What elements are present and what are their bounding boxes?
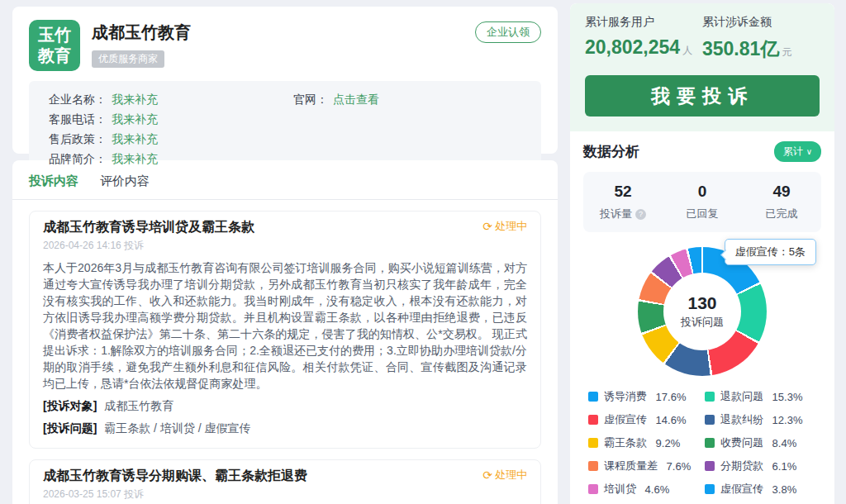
legend-swatch	[705, 438, 715, 448]
complaint-item[interactable]: 成都玉竹教育诱导分期购课、霸王条款拒退费 ⟳ 处理中 2026-03-25 15…	[29, 459, 541, 504]
legend-label: 课程质量差	[604, 459, 658, 473]
complaint-item[interactable]: 成都玉竹教育诱导培训贷及霸王条款 ⟳ 处理中 2026-04-26 14:16 …	[29, 211, 541, 449]
legend-swatch	[588, 415, 598, 425]
total-users-unit: 人	[682, 45, 692, 56]
legend-pct: 12.3%	[769, 414, 802, 426]
target-label: [投诉对象]	[43, 399, 97, 412]
claim-company-button[interactable]: 企业认领	[475, 21, 541, 43]
info-row-intro: 品牌简介： 我来补充	[49, 149, 277, 169]
info-label: 客服电话：	[49, 109, 107, 129]
legend-swatch	[705, 392, 715, 402]
info-label: 官网：	[293, 89, 328, 109]
status-badge: ⟳ 处理中	[482, 219, 527, 234]
company-card: 玉竹 教育 成都玉竹教育 优质服务商家 企业认领 企业名称： 我来补充 官网： …	[12, 7, 558, 154]
total-amount: 累计涉诉金额 350.81亿元	[702, 15, 820, 62]
total-users: 累计服务用户 20,802,254人	[585, 15, 702, 62]
legend-item[interactable]: 课程质量差 7.6%	[588, 459, 705, 473]
stat-label: 投诉量	[600, 207, 632, 221]
chevron-down-icon: ∨	[806, 147, 812, 156]
legend-swatch	[705, 461, 715, 471]
range-dropdown[interactable]: 累计 ∨	[774, 141, 821, 162]
status-badge: ⟳ 处理中	[482, 468, 527, 483]
complaint-title[interactable]: 成都玉竹教育诱导培训贷及霸王条款	[43, 219, 254, 236]
legend-item[interactable]: 退款问题 15.3%	[705, 389, 821, 404]
target-value: 成都玉竹教育	[104, 399, 173, 412]
complaint-list: 成都玉竹教育诱导培训贷及霸王条款 ⟳ 处理中 2026-04-26 14:16 …	[12, 200, 558, 504]
processing-icon: ⟳	[482, 469, 492, 481]
issue-label: [投诉问题]	[43, 421, 97, 435]
legend-label: 退款纠纷	[720, 412, 763, 427]
donut-caption: 投诉问题	[681, 315, 724, 330]
supplement-link[interactable]: 我来补充	[112, 129, 158, 149]
legend-label: 虚假宣传	[720, 482, 763, 497]
help-icon[interactable]: ?	[635, 209, 646, 220]
legend-item[interactable]: 诱导消费 17.6%	[588, 389, 705, 404]
logo-text-line1: 玉竹	[38, 25, 71, 45]
legend-item[interactable]: 退款纠纷 12.3%	[705, 412, 821, 427]
donut-total: 130	[687, 293, 716, 313]
legend-pct: 14.6%	[653, 414, 686, 426]
info-row-company-name: 企业名称： 我来补充	[49, 89, 277, 109]
complaint-date: 2026-03-25 15:07 投诉	[43, 487, 527, 502]
range-label: 累计	[783, 145, 803, 159]
legend-item[interactable]: 虚假宣传 14.6%	[588, 412, 705, 427]
stat-completed: 49 已完成	[742, 183, 821, 221]
donut-center: 130 投诉问题	[663, 273, 741, 350]
complaint-issues-chart: 130 投诉问题 虚假宣传：5条	[583, 239, 821, 384]
stat-label: 已完成	[765, 207, 797, 221]
file-complaint-button[interactable]: 我要投诉	[585, 75, 820, 116]
quality-badge: 优质服务商家	[92, 50, 164, 68]
complaint-issue-row: [投诉问题] 霸王条款 / 培训贷 / 虚假宣传	[43, 421, 527, 436]
legend-pct: 17.6%	[653, 391, 686, 403]
status-label: 处理中	[495, 468, 527, 483]
legend-swatch	[588, 438, 598, 448]
supplement-link[interactable]: 我来补充	[112, 109, 158, 129]
logo-text-line2: 教育	[38, 45, 71, 66]
complaint-date: 2026-04-26 14:16 投诉	[43, 239, 527, 253]
company-logo: 玉竹 教育	[29, 20, 80, 71]
stat-value: 52	[583, 183, 663, 201]
legend-swatch	[588, 461, 598, 471]
legend-label: 诱导消费	[604, 389, 647, 404]
complaint-target-row: [投诉对象] 成都玉竹教育	[43, 399, 527, 414]
complaint-title[interactable]: 成都玉竹教育诱导分期购课、霸王条款拒退费	[43, 468, 307, 485]
info-row-website: 官网： 点击查看	[293, 89, 521, 109]
website-link[interactable]: 点击查看	[333, 89, 379, 109]
company-name: 成都玉竹教育	[92, 21, 191, 44]
legend-label: 霸王条款	[604, 435, 647, 450]
total-amount-label: 累计涉诉金额	[702, 15, 820, 30]
info-label: 品牌简介：	[49, 149, 107, 169]
total-amount-value: 350.81亿	[702, 38, 779, 59]
stat-replied: 0 已回复	[663, 183, 742, 221]
stat-label: 已回复	[686, 207, 718, 221]
tab-reviews[interactable]: 评价内容	[100, 174, 150, 189]
legend-item[interactable]: 培训贷 4.6%	[588, 482, 705, 497]
legend-label: 培训贷	[604, 482, 636, 497]
processing-icon: ⟳	[482, 221, 492, 232]
tab-complaints[interactable]: 投诉内容	[29, 174, 78, 189]
legend-pct: 7.6%	[663, 460, 691, 473]
info-label: 售后政策：	[49, 129, 107, 149]
chart-tooltip: 虚假宣传：5条	[725, 239, 816, 265]
legend-pct: 3.8%	[769, 483, 796, 496]
pie-legend: 诱导消费 17.6% 退款问题 15.3% 虚假宣传 14.6% 退款纠纷 12…	[583, 389, 821, 497]
legend-item[interactable]: 分期贷款 6.1%	[705, 459, 821, 473]
total-users-value: 20,802,254	[585, 36, 680, 58]
legend-item[interactable]: 收费问题 8.4%	[705, 435, 821, 450]
legend-item[interactable]: 霸王条款 9.2%	[588, 435, 705, 450]
stat-value: 0	[663, 183, 742, 201]
supplement-link[interactable]: 我来补充	[112, 89, 158, 109]
legend-swatch	[588, 484, 598, 494]
legend-swatch	[588, 392, 598, 402]
right-panel: 累计服务用户 20,802,254人 累计涉诉金额 350.81亿元 我要投诉 …	[570, 3, 834, 504]
analysis-section: 数据分析 累计 ∨ 52 投诉量 ? 0 已回复 49 已完成	[570, 131, 834, 504]
legend-item[interactable]: 虚假宣传 3.8%	[705, 482, 821, 497]
info-row-policy: 售后政策： 我来补充	[49, 129, 277, 149]
content-card: 投诉内容 评价内容 成都玉竹教育诱导培训贷及霸王条款 ⟳ 处理中 2026-04…	[12, 160, 558, 504]
legend-swatch	[705, 415, 715, 425]
legend-pct: 9.2%	[653, 437, 680, 449]
legend-pct: 15.3%	[769, 391, 802, 403]
total-users-label: 累计服务用户	[585, 15, 702, 30]
stat-complaints: 52 投诉量 ?	[583, 183, 663, 221]
supplement-link[interactable]: 我来补充	[112, 149, 158, 169]
